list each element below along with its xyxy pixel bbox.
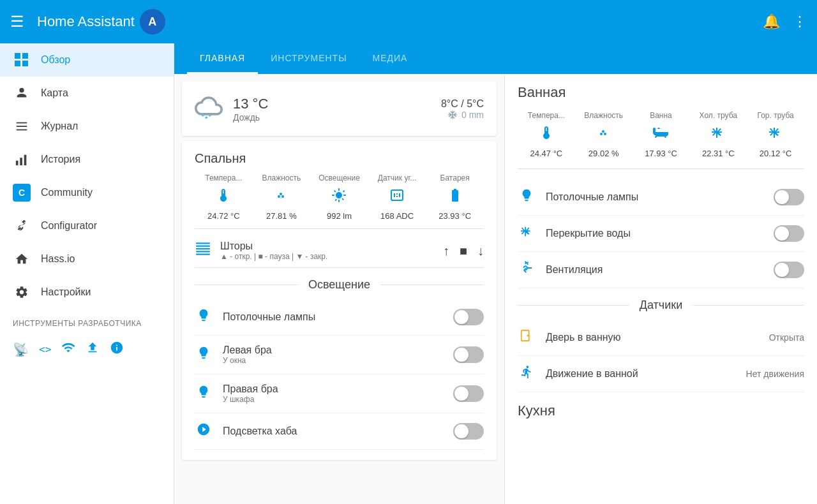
svg-rect-10: [24, 155, 27, 165]
rp-vent-label: Вентиляция: [546, 264, 774, 276]
main-layout: Обзор Карта Журнал И: [0, 43, 817, 504]
rp-ceiling-icon: [518, 188, 536, 206]
weather-card: 13 °C Дождь 8°C / 5°C 0 mm: [182, 82, 497, 136]
bell-icon[interactable]: 🔔: [763, 13, 780, 30]
left-bra-label: Левая бра: [223, 345, 272, 356]
rp-vent-toggle[interactable]: [774, 262, 804, 278]
left-bra-info: Левая бра У окна: [223, 345, 272, 365]
svg-point-23: [600, 133, 603, 135]
sidebar-item-map[interactable]: Карта: [0, 77, 174, 110]
sidebar-label-history: История: [41, 154, 80, 165]
sensor-header-humidity: Влажность: [253, 174, 311, 182]
sidebar-item-overview[interactable]: Обзор: [0, 43, 174, 77]
rp-sensor-val-bath: 17.93 °C: [633, 149, 690, 158]
rp-sensor-header-cold: Хол. труба: [689, 111, 747, 120]
rp-sensor-humidity: Влажность 29.02 %: [575, 111, 633, 158]
svg-point-13: [209, 114, 211, 117]
sensor-value-temp: 24.72 °C: [195, 211, 253, 221]
bathroom-sensor-grid: Темпера... 24.47 °C Влажность 29.02 %: [518, 111, 804, 169]
svg-rect-22: [196, 254, 210, 255]
sidebar-item-hassio[interactable]: Hass.io: [0, 242, 174, 276]
rp-sensors-divider: Датчики: [518, 299, 804, 312]
rp-sensor-val-humidity: 29.02 %: [575, 149, 633, 158]
dev-icon-wifi[interactable]: [61, 341, 75, 358]
light-row-left-bra: Левая бра У окна: [195, 336, 484, 374]
hub-light-label: Подсветка хаба: [223, 426, 453, 437]
dev-icon-info[interactable]: [110, 341, 124, 358]
lighting-divider: Освещение: [195, 278, 484, 292]
svg-rect-1: [22, 53, 28, 59]
svg-rect-20: [196, 248, 210, 249]
rp-door-icon: [518, 329, 536, 346]
hamburger-icon[interactable]: ☰: [10, 13, 24, 31]
tab-media[interactable]: МЕДИА: [360, 43, 421, 74]
kitchen-title: Кухня: [518, 403, 804, 419]
tab-bar: ГЛАВНАЯ ИНСТРУМЕНТЫ МЕДИА: [174, 43, 817, 74]
rp-ceiling-label: Потолочные лампы: [546, 191, 774, 203]
rp-water-label: Перекрытие воды: [546, 228, 774, 239]
svg-rect-19: [196, 246, 210, 247]
sensor-value-light: 992 lm: [310, 211, 368, 221]
weather-snow-val: 0 mm: [461, 110, 484, 120]
blinds-controls: ↑ ■ ↓: [443, 244, 484, 258]
sidebar-label-map: Карта: [41, 87, 68, 99]
rp-door-row: Дверь в ванную Открыта: [518, 320, 804, 356]
content-panels: 13 °C Дождь 8°C / 5°C 0 mm Спальня: [174, 74, 817, 504]
rp-vent-icon: [518, 261, 536, 279]
dev-icon-code[interactable]: <>: [39, 343, 51, 355]
sidebar-item-community[interactable]: C Community: [0, 176, 174, 209]
bedroom-card: Спальня Темпера... 24.72 °C: [182, 141, 497, 460]
sensor-col-co2: Датчик уг... 168 ADC: [368, 174, 426, 221]
left-bra-toggle[interactable]: [453, 346, 484, 363]
hub-light-toggle[interactable]: [453, 423, 484, 440]
divider-line-right: [380, 285, 484, 285]
rp-toggle-ceiling: Потолочные лампы: [518, 179, 804, 216]
sidebar-item-settings[interactable]: Настройки: [0, 276, 174, 309]
right-bra-info: Правая бра У шкафа: [223, 383, 278, 404]
sensor-col-humidity: Влажность 27.81 %: [253, 174, 311, 221]
more-options-icon[interactable]: ⋮: [793, 13, 807, 30]
list-icon: [13, 117, 31, 135]
svg-point-11: [202, 114, 204, 117]
sidebar-item-history[interactable]: История: [0, 143, 174, 176]
right-bra-toggle[interactable]: [453, 385, 484, 402]
blinds-stop-button[interactable]: ■: [460, 244, 467, 258]
hub-light-icon: [195, 422, 213, 440]
dev-icon-signal[interactable]: 📡: [13, 342, 29, 357]
svg-rect-21: [196, 251, 210, 252]
light-row-right-bra: Правая бра У шкафа: [195, 374, 484, 413]
svg-point-14: [278, 195, 280, 198]
sidebar-item-log[interactable]: Журнал: [0, 110, 174, 143]
svg-point-4: [19, 88, 24, 93]
bedroom-title: Спальня: [195, 151, 484, 166]
svg-rect-5: [17, 122, 27, 124]
avatar[interactable]: A: [140, 9, 165, 34]
weather-snow: 0 mm: [441, 110, 484, 120]
home-icon: [13, 250, 31, 268]
sidebar-item-configurator[interactable]: Configurator: [0, 209, 174, 242]
right-bra-sub: У шкафа: [223, 395, 278, 404]
rp-hot-pipe-icon: [747, 125, 804, 145]
blinds-down-button[interactable]: ↓: [477, 244, 484, 258]
rp-water-toggle[interactable]: [774, 225, 804, 242]
rp-ceiling-toggle[interactable]: [774, 189, 804, 205]
blinds-row: Шторы ▲ - откр. | ■ - пауза | ▼ - закр. …: [195, 234, 484, 268]
dev-icon-upload[interactable]: [86, 341, 100, 358]
ceiling-lamp-toggle[interactable]: [453, 309, 484, 325]
svg-point-16: [280, 193, 282, 195]
sidebar-label-log: Журнал: [41, 121, 78, 132]
rp-motion-value: Нет движения: [746, 369, 804, 379]
chart-icon: [13, 151, 31, 168]
top-bar: ☰ Home Assistant A 🔔 ⋮: [0, 0, 817, 43]
right-panel: Ванная Темпера... 24.47 °C Влажность: [504, 74, 817, 504]
rp-motion-label: Движение в ванной: [546, 368, 746, 380]
svg-rect-3: [22, 61, 28, 66]
bedroom-sensor-grid: Темпера... 24.72 °C Влажность: [195, 174, 484, 229]
svg-rect-0: [15, 53, 20, 59]
sensor-value-humidity: 27.81 %: [253, 211, 311, 221]
tab-main[interactable]: ГЛАВНАЯ: [187, 43, 258, 74]
tab-tools[interactable]: ИНСТРУМЕНТЫ: [258, 43, 359, 74]
rp-sensors-title: Датчики: [640, 299, 682, 312]
rp-motion-icon: [518, 365, 536, 383]
blinds-up-button[interactable]: ↑: [443, 244, 449, 258]
